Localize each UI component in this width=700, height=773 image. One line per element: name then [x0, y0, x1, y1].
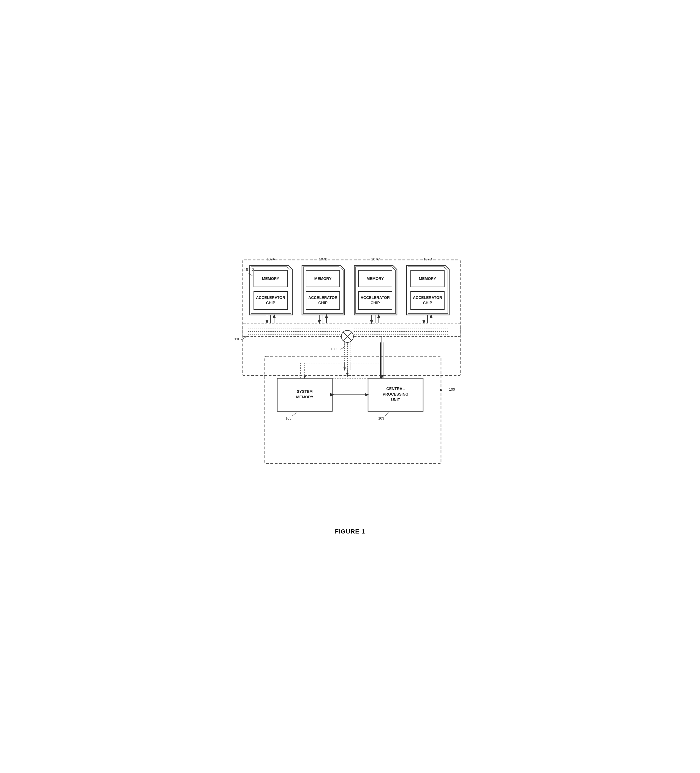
chip3-memory-label: MEMORY	[366, 276, 384, 281]
cpu-label-2: PROCESSING	[383, 392, 408, 396]
main-diagram: MEMORY ACCELERATOR CHIP MEMORY ACCELERAT…	[226, 238, 474, 513]
cpu-label-1: CENTRAL	[386, 386, 405, 391]
chip3-accel-label: ACCELERATOR	[360, 295, 389, 300]
ref-112: 112	[248, 268, 254, 272]
ref-115: 115	[242, 268, 248, 272]
ref-109: 109	[330, 347, 337, 351]
svg-text:CHIP: CHIP	[266, 301, 275, 305]
chip4-accel-label: ACCELERATOR	[412, 295, 442, 300]
chip2-memory-label: MEMORY	[314, 276, 332, 281]
svg-text:CHIP: CHIP	[423, 301, 432, 305]
svg-line-57	[385, 413, 389, 416]
svg-line-36	[242, 336, 247, 340]
figure-caption: FIGURE 1	[226, 528, 474, 535]
svg-line-56	[292, 413, 296, 416]
page-container: MEMORY ACCELERATOR CHIP MEMORY ACCELERAT…	[226, 238, 474, 535]
diagram-wrapper: MEMORY ACCELERATOR CHIP MEMORY ACCELERAT…	[226, 238, 474, 520]
ref-107C: 107C	[371, 257, 380, 261]
system-memory-label-2: MEMORY	[296, 395, 313, 399]
chip1-accel-label: ACCELERATOR	[256, 295, 285, 300]
svg-text:CHIP: CHIP	[318, 301, 327, 305]
system-memory-label-1: SYSTEM	[297, 389, 313, 394]
chip2-accel-label: ACCELERATOR	[308, 295, 337, 300]
chip4-memory-label: MEMORY	[419, 276, 436, 281]
ref-107A: 107A	[266, 257, 275, 261]
ref-103: 103	[378, 416, 384, 420]
ref-110: 110	[234, 337, 240, 341]
svg-text:CHIP: CHIP	[370, 301, 380, 305]
ref-100: 100	[449, 387, 455, 391]
ref-107D: 107D	[423, 257, 432, 261]
ref-107B: 107B	[319, 257, 327, 261]
chip1-memory-label: MEMORY	[262, 276, 279, 281]
cpu-label-3: UNIT	[391, 398, 400, 402]
svg-rect-49	[301, 363, 383, 378]
ref-105: 105	[286, 416, 291, 420]
